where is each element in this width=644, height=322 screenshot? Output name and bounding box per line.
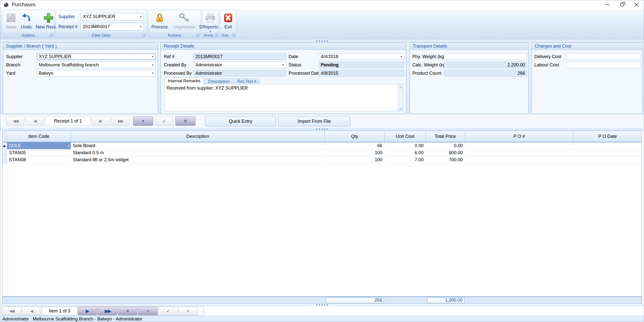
cancel-item-button[interactable]: ✕ [178,307,198,315]
reports-button[interactable]: Reports ▼ [202,11,219,33]
dialog-launcher-icon[interactable] [196,34,199,36]
restore-button[interactable] [615,0,629,9]
date-combo[interactable]: 4/4/2018 ▼ [319,53,404,60]
dialog-launcher-icon[interactable] [215,34,217,36]
chevron-down-icon[interactable]: ▼ [67,144,70,147]
undo-button[interactable]: Undo [19,11,34,30]
cell-description[interactable]: Standard 8ft or 2.5m widget [71,156,325,163]
minimize-button[interactable] [600,0,615,9]
table-row[interactable]: STAN08 Standard 8ft or 2.5m widget 100 7… [3,156,641,164]
add-receipt-button[interactable]: + [133,116,153,126]
horizontal-splitter[interactable] [0,304,644,306]
first-item-button[interactable]: ◀◀ [2,307,21,315]
next-item-button[interactable]: ▶ [78,307,97,315]
ref-field[interactable]: 2013MR0017 [193,53,286,60]
chevron-down-icon[interactable]: ▼ [282,63,285,66]
cell-unit-cost[interactable]: 0.00 [385,142,426,149]
dialog-launcher-icon[interactable] [232,34,235,36]
next-receipt-button[interactable]: ▶ [92,116,110,126]
quick-entry-button[interactable]: Quick Entry [205,116,276,126]
import-from-file-button[interactable]: Import From File [278,116,350,126]
last-receipt-button[interactable]: ▶▶ [111,116,130,126]
supplier-filter-combo[interactable]: XYZ SUPPLIER ▼ [80,13,144,20]
tab-internal-remarks[interactable]: Internal Remarks [164,77,204,84]
unprocess-button[interactable]: Unprocess [171,11,197,30]
processed-date-label: Processed Date [289,71,321,76]
exit-button[interactable]: Exit [222,11,234,30]
cell-total-price[interactable]: 700.00 [426,156,465,163]
delivery-cost-input[interactable] [566,53,640,60]
delete-item-button[interactable]: − [138,307,158,315]
cell-item-code[interactable]: SOLE▼ [7,142,71,149]
cell-po-date[interactable] [574,149,641,156]
column-header-po-date[interactable]: P O Date [574,131,641,142]
table-row[interactable]: STAN05 Standard 0.5 m 100 6.00 600.00 [3,149,641,156]
remarks-scrollbar[interactable]: ▲ ▼ [398,84,403,111]
add-item-button[interactable]: + [118,307,138,315]
cell-qty[interactable]: 100 [325,149,385,156]
close-button[interactable] [629,0,644,9]
chevron-down-icon[interactable]: ▼ [139,15,142,18]
confirm-receipt-button[interactable]: ✔ [155,116,173,126]
date-label: Date [289,54,298,59]
cell-qty[interactable]: 100 [325,156,385,163]
column-header-qty[interactable]: Qty [325,131,385,142]
cell-unit-cost[interactable]: 7.00 [385,156,426,163]
cell-total-price[interactable]: 0.00 [426,142,465,149]
cancel-receipt-button[interactable]: ✕ [175,116,195,126]
cell-item-code[interactable]: STAN05 [7,149,71,156]
chevron-down-icon[interactable]: ▼ [139,25,142,28]
status-field: Pending [319,62,404,68]
internal-remarks-textarea[interactable]: Received from supplier: XYZ SUPPLIER [165,84,398,111]
cell-qty[interactable]: 66 [325,142,385,149]
dialog-launcher-icon[interactable] [50,34,53,36]
receipt-filter-combo[interactable]: 2013MR0017 ▼ [80,23,144,30]
chevron-down-icon[interactable]: ▼ [151,63,154,66]
last-item-button[interactable]: ▶▶ [98,307,117,315]
created-by-combo[interactable]: Administrator ▼ [193,62,286,68]
cell-unit-cost[interactable]: 6.00 [385,149,426,156]
dialog-launcher-icon[interactable] [143,34,145,36]
column-header-total-price[interactable]: Total Price [426,131,465,142]
tab-description[interactable]: Description [205,78,233,84]
cell-po-date[interactable] [574,156,641,163]
first-receipt-button[interactable]: ◀◀ [6,116,24,126]
supplier-combo[interactable]: XYZ SUPPLIER ▼ [37,53,156,60]
horizontal-splitter[interactable] [0,128,644,131]
previous-item-button[interactable]: ◀ [22,307,42,315]
cell-po-date[interactable] [574,142,641,149]
chevron-down-icon[interactable]: ▼ [151,55,154,58]
column-header-item-code[interactable]: Item Code [7,131,71,142]
cell-po-number[interactable] [465,156,574,163]
cell-po-number[interactable] [465,142,574,149]
calc-weight-label: Calc. Weight (kgs) [412,62,449,68]
cell-total-price[interactable]: 600.00 [426,149,465,156]
chevron-down-icon[interactable]: ▼ [400,55,403,58]
cell-item-code[interactable]: STAN08 [7,156,71,163]
labour-cost-input[interactable] [566,62,640,68]
process-button[interactable]: Process [149,11,170,30]
column-header-description[interactable]: Description [71,131,325,142]
cell-po-number[interactable] [465,149,574,156]
check-icon: ✔ [163,118,166,124]
cell-description[interactable]: Sole Board [71,142,325,149]
scroll-down-icon[interactable]: ▼ [398,107,403,111]
table-row-selected[interactable]: ▸ SOLE▼ Sole Board 66 0.00 0.00 [3,142,641,149]
horizontal-splitter[interactable] [0,39,644,43]
phy-weight-input[interactable] [444,53,527,60]
column-header-unit-cost[interactable]: Unit Cost [385,131,426,142]
cell-description[interactable]: Standard 0.5 m [71,149,325,156]
save-button[interactable]: Save [4,11,19,30]
lock-icon [154,12,165,23]
branch-combo[interactable]: Melbourne Scaffolding branch ▼ [37,62,156,68]
tab-rel-ref[interactable]: Rel. Ref # [234,78,260,84]
yard-combo[interactable]: Balwyn ▼ [37,70,156,76]
scroll-up-icon[interactable]: ▲ [398,85,403,89]
ribbon-group-actions2: Process Unprocess AZZA Sort Item Actions [148,10,200,38]
confirm-item-button[interactable]: ✔ [158,307,178,315]
undo-label: Undo [21,24,31,30]
previous-receipt-button[interactable]: ◀ [26,116,44,126]
chevron-down-icon[interactable]: ▼ [151,72,154,75]
column-header-po-number[interactable]: P O # [465,131,574,142]
status-value: Pending [321,62,339,68]
